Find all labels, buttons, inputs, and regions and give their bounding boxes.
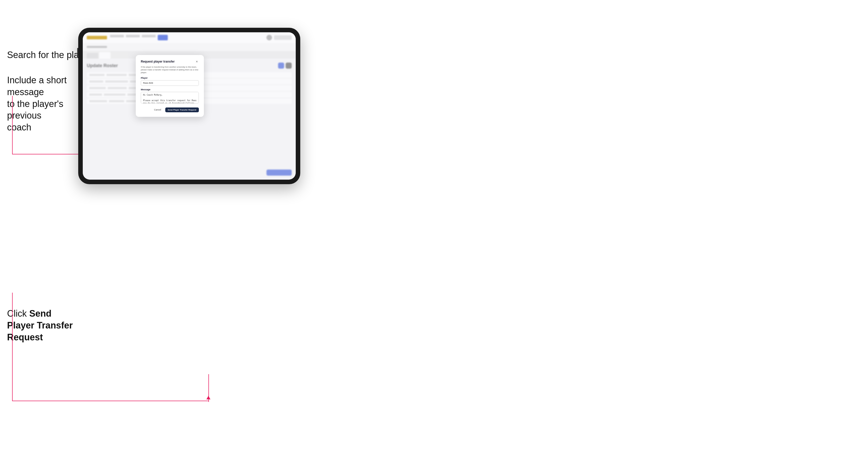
annotation-message-text: Include a short message to the player's … xyxy=(7,74,78,133)
nav-items xyxy=(110,35,264,40)
modal-footer: Cancel Send Player Transfer Request xyxy=(141,107,199,112)
table-cell xyxy=(89,74,104,76)
action-button-1 xyxy=(278,63,284,69)
action-button-2 xyxy=(286,63,292,69)
message-field-label: Message xyxy=(141,88,199,91)
player-field-label: Player xyxy=(141,77,199,79)
arrow-line-up-2 xyxy=(209,374,209,402)
message-textarea[interactable]: Hi Coach McHarg, Please accept this tran… xyxy=(141,92,199,103)
nav-avatar xyxy=(267,35,272,40)
send-transfer-request-button[interactable]: Send Player Transfer Request xyxy=(165,107,199,112)
modal-close-button[interactable]: × xyxy=(195,60,199,64)
action-buttons xyxy=(278,63,292,69)
cancel-button[interactable]: Cancel xyxy=(152,107,163,112)
table-cell xyxy=(89,81,103,83)
table-cell xyxy=(105,81,128,83)
table-cell xyxy=(104,94,125,96)
save-button-bg xyxy=(267,169,292,176)
nav-item-2 xyxy=(126,35,140,37)
nav-button xyxy=(274,35,292,40)
request-transfer-modal: Request player transfer × If the player … xyxy=(136,55,204,117)
nav-bar xyxy=(83,32,296,43)
table-cell xyxy=(106,74,127,76)
modal-title: Request player transfer xyxy=(141,60,175,63)
breadcrumb xyxy=(87,46,107,48)
bottom-bar xyxy=(267,169,292,176)
page-title: Update Roster xyxy=(87,63,118,68)
arrow-line-horizontal-2 xyxy=(12,401,209,401)
tab-roster xyxy=(87,53,98,59)
table-cell xyxy=(108,87,127,89)
nav-item-1 xyxy=(110,35,124,37)
annotation-click-text: Click Send Player Transfer Request xyxy=(7,308,78,343)
arrow-line-vertical-1 xyxy=(12,96,12,154)
player-search-input[interactable] xyxy=(141,80,199,86)
tab-stats xyxy=(99,52,111,59)
nav-right xyxy=(267,35,292,40)
table-cell xyxy=(89,87,106,89)
tablet-device: Update Roster xyxy=(78,28,300,184)
sub-header xyxy=(83,43,296,51)
table-cell xyxy=(89,94,102,96)
tablet-side-button xyxy=(77,48,78,56)
tablet-screen: Update Roster xyxy=(83,32,296,180)
modal-header: Request player transfer × xyxy=(141,60,199,64)
nav-logo xyxy=(87,36,107,39)
nav-item-3 xyxy=(142,35,156,37)
modal-description: If the player is transferring from anoth… xyxy=(141,66,199,74)
table-cell xyxy=(109,100,124,102)
table-cell xyxy=(89,100,107,102)
nav-item-active xyxy=(158,35,168,40)
arrow-line-vertical-2 xyxy=(12,293,12,401)
